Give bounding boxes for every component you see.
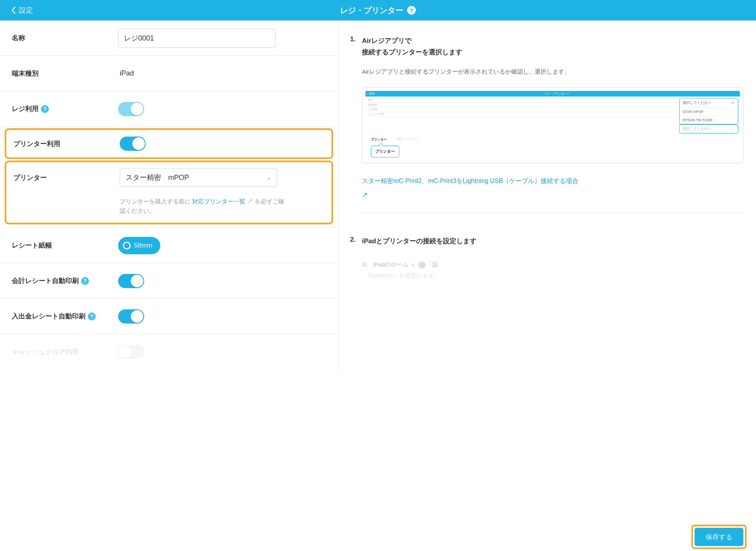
row-name: 名称 bbox=[0, 20, 338, 56]
device-type-value: iPad bbox=[118, 69, 134, 77]
label-register-use: レジ利用? bbox=[12, 104, 118, 113]
step-faded-text: ① iPadのホーム ＞ 「設 「Bluetooth」を選択します。 bbox=[362, 259, 743, 281]
row-printer-use: プリンター利用 bbox=[6, 130, 332, 157]
toggle-register-use[interactable] bbox=[118, 102, 144, 116]
external-link-icon: ↗ bbox=[245, 198, 253, 205]
step-title: Airレジアプリで 接続するプリンターを選択します bbox=[362, 35, 743, 58]
chevron-down-icon: ⌄ bbox=[267, 174, 271, 181]
label-auto-print-receipt: 会計レシート自動印刷? bbox=[12, 276, 118, 285]
instruction-step-2: 2. iPadとプリンターの接続を設定します ① iPadのホーム ＞ 「設 「… bbox=[350, 236, 743, 281]
label-printer-use: プリンター利用 bbox=[13, 139, 120, 148]
diagram-callout: プリンター bbox=[371, 146, 399, 157]
label-printer: プリンター bbox=[13, 173, 120, 182]
instruction-step-1: 1. Airレジアプリで 接続するプリンターを選択します Airレジアプリと接続… bbox=[350, 35, 743, 226]
supported-printers-link[interactable]: 対応プリンター一覧 ↗ bbox=[192, 198, 253, 205]
label-cash-drawer: キャッシュドロア利用 bbox=[12, 348, 118, 357]
instruction-diagram: < 設定レジ・プリンター ? 名称 端末種別 レジ利用 プリンター利用 選択して… bbox=[362, 87, 743, 163]
help-icon[interactable]: ? bbox=[407, 6, 416, 15]
highlight-printer-use: プリンター利用 bbox=[5, 128, 333, 159]
help-icon[interactable]: ? bbox=[88, 312, 96, 320]
highlight-printer-select: プリンター スター精密 mPOP ⌄ プリンターを購入する前に 対応プリンター一… bbox=[5, 161, 333, 224]
row-cash-drawer: キャッシュドロア利用 bbox=[0, 334, 338, 370]
instructions-panel: 1. Airレジアプリで 接続するプリンターを選択します Airレジアプリと接続… bbox=[338, 20, 756, 370]
toggle-auto-print-cash[interactable] bbox=[118, 309, 144, 324]
name-input[interactable] bbox=[118, 29, 276, 48]
back-label: 設定 bbox=[19, 6, 33, 15]
diagram-select: 選択してください⌄ bbox=[679, 124, 738, 133]
step-title: iPadとプリンターの接続を設定します bbox=[362, 236, 743, 247]
toggle-printer-use[interactable] bbox=[120, 137, 146, 151]
step-number: 2. bbox=[350, 236, 356, 281]
help-icon[interactable]: ? bbox=[41, 105, 49, 113]
row-auto-print-receipt: 会計レシート自動印刷? bbox=[0, 263, 338, 299]
page-title: レジ・プリンター ? bbox=[340, 5, 416, 16]
row-register-use: レジ利用? bbox=[0, 91, 338, 127]
step-number: 1. bbox=[350, 35, 356, 226]
row-receipt-width: レシート紙幅 58mm bbox=[0, 228, 338, 263]
row-auto-print-cash: 入出金レシート自動印刷? bbox=[0, 299, 338, 334]
diagram-dropdown: 選択してください✓ STAR mPOP EPSON TM-T220II bbox=[679, 98, 738, 124]
usb-connection-link[interactable]: スター精密mC-Print2、mC-Print3をLightning USB（ケ… bbox=[362, 175, 743, 187]
app-header: 設定 レジ・プリンター ? bbox=[0, 0, 756, 20]
printer-select[interactable]: スター精密 mPOP ⌄ bbox=[120, 168, 277, 187]
label-auto-print-cash: 入出金レシート自動印刷? bbox=[12, 312, 118, 321]
toggle-cash-drawer[interactable] bbox=[118, 345, 144, 359]
gear-icon bbox=[419, 261, 426, 268]
chevron-left-icon bbox=[11, 6, 16, 14]
receipt-width-58mm[interactable]: 58mm bbox=[118, 237, 160, 254]
row-device-type: 端末種別 iPad bbox=[0, 56, 338, 91]
label-receipt-width: レシート紙幅 bbox=[12, 241, 118, 250]
radio-icon bbox=[123, 242, 131, 250]
settings-form: 名称 端末種別 iPad レジ利用? プリンター利用 プリンター bbox=[0, 20, 338, 370]
help-icon[interactable]: ? bbox=[81, 277, 89, 285]
row-printer: プリンター スター精密 mPOP ⌄ bbox=[6, 162, 332, 193]
label-name: 名称 bbox=[12, 33, 118, 43]
printer-selected-value: スター精密 mPOP bbox=[126, 173, 189, 182]
printer-hint: プリンターを購入する前に 対応プリンター一覧 ↗ を必ずご確認ください。 bbox=[120, 197, 285, 216]
back-button[interactable]: 設定 bbox=[11, 6, 33, 15]
external-link-icon: ↗ bbox=[362, 190, 368, 199]
toggle-auto-print-receipt[interactable] bbox=[118, 274, 144, 288]
step-description: Airレジアプリと接続するプリンターが表示されているか確認し、選択します。 bbox=[362, 66, 743, 78]
label-device-type: 端末種別 bbox=[12, 69, 118, 78]
